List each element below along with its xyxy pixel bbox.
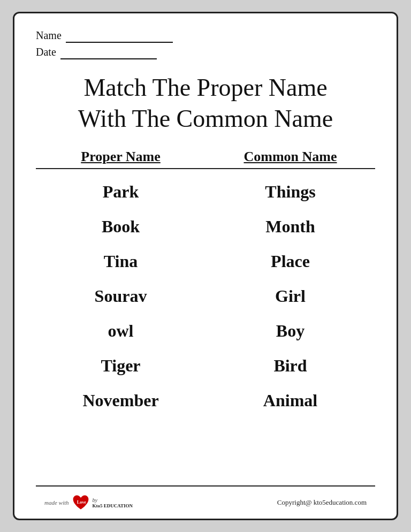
proper-item: Tiger bbox=[36, 348, 206, 383]
proper-item: owl bbox=[36, 314, 206, 348]
proper-item: Book bbox=[36, 209, 206, 244]
logo-wrapper: made with Love by Kto5 EDUCATION bbox=[44, 493, 133, 512]
proper-name-column: ParkBookTinaSouravowlTigerNovember bbox=[36, 174, 206, 485]
heart-icon: Love bbox=[71, 493, 90, 512]
name-date-section: Name Date bbox=[36, 29, 375, 63]
title-section: Match The Proper Name With The Common Na… bbox=[36, 72, 375, 134]
proper-item: Sourav bbox=[36, 279, 206, 314]
title-line1: Match The Proper Name bbox=[36, 72, 375, 103]
common-name-header: Common Name bbox=[206, 149, 375, 165]
name-label: Name bbox=[36, 29, 62, 42]
common-item: Things bbox=[206, 174, 375, 209]
common-item: Animal bbox=[206, 383, 375, 418]
title-line2: With The Common Name bbox=[36, 103, 375, 134]
common-item: Place bbox=[206, 244, 375, 279]
main-title: Match The Proper Name With The Common Na… bbox=[36, 72, 375, 134]
matching-columns: ParkBookTinaSouravowlTigerNovember Thing… bbox=[36, 174, 375, 485]
proper-name-header: Proper Name bbox=[36, 149, 206, 165]
proper-item: November bbox=[36, 383, 206, 418]
date-underline bbox=[60, 46, 157, 59]
name-line: Name bbox=[36, 29, 375, 43]
svg-text:Love: Love bbox=[77, 500, 86, 505]
name-underline bbox=[66, 29, 173, 43]
worksheet-container: Name Date Match The Proper Name With The… bbox=[13, 12, 398, 520]
date-label: Date bbox=[36, 46, 56, 58]
common-name-column: ThingsMonthPlaceGirlBoyBirdAnimal bbox=[206, 174, 375, 485]
columns-header: Proper Name Common Name bbox=[36, 149, 375, 169]
brand-name: Kto5 EDUCATION bbox=[93, 503, 133, 508]
proper-item: Park bbox=[36, 174, 206, 209]
common-item: Bird bbox=[206, 348, 375, 383]
proper-item: Tina bbox=[36, 244, 206, 279]
made-with-label: made with bbox=[44, 499, 69, 506]
footer: made with Love by Kto5 EDUCATION Copyrig… bbox=[36, 485, 375, 519]
common-item: Boy bbox=[206, 314, 375, 348]
common-item: Girl bbox=[206, 279, 375, 314]
brand-info: by Kto5 EDUCATION bbox=[93, 497, 133, 508]
date-line: Date bbox=[36, 46, 375, 59]
by-text: by bbox=[93, 497, 133, 503]
copyright-text: Copyright@ kto5education.com bbox=[277, 498, 367, 507]
common-item: Month bbox=[206, 209, 375, 244]
